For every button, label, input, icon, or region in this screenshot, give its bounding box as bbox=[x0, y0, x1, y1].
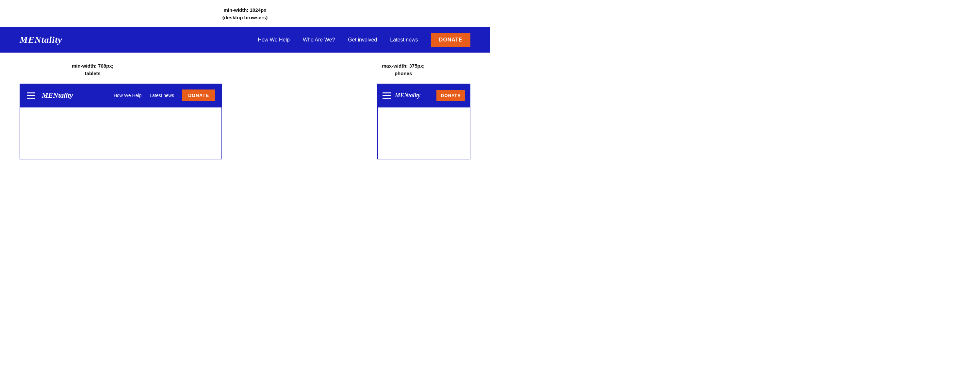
previews-row: mENtality How We Help Latest news DONATE… bbox=[0, 84, 490, 159]
nav-link-who-are-we[interactable]: Who Are We? bbox=[303, 37, 335, 43]
nav-link-latest-news[interactable]: Latest news bbox=[390, 37, 418, 43]
breakpoint-labels-row: min-width: 768px; tablets max-width: 375… bbox=[0, 52, 490, 84]
desktop-navbar: mENtality How We Help Who Are We? Get in… bbox=[0, 27, 490, 52]
desktop-logo[interactable]: mENtality bbox=[20, 35, 62, 45]
nav-link-how-we-help[interactable]: How We Help bbox=[258, 37, 290, 43]
tablet-donate-button[interactable]: DONATE bbox=[182, 89, 215, 101]
phone-breakpoint-label: max-width: 375px; phones bbox=[382, 62, 425, 77]
desktop-nav-links: How We Help Who Are We? Get involved Lat… bbox=[258, 33, 470, 47]
desktop-breakpoint-label: min-width: 1024px (desktop browsers) bbox=[223, 6, 267, 21]
phone-navbar: mENtality DONATE bbox=[378, 84, 470, 106]
phone-content-area bbox=[378, 106, 470, 159]
tablet-breakpoint-label: min-width: 768px; tablets bbox=[72, 62, 114, 77]
tablet-nav-link-how-we-help[interactable]: How We Help bbox=[114, 93, 142, 98]
tablet-content-area bbox=[20, 106, 221, 159]
tablet-nav-link-latest-news[interactable]: Latest news bbox=[150, 93, 174, 98]
tablet-preview: mENtality How We Help Latest news DONATE bbox=[20, 84, 222, 159]
desktop-donate-button[interactable]: DONATE bbox=[431, 33, 470, 47]
tablet-logo[interactable]: mENtality bbox=[42, 91, 73, 100]
phone-logo[interactable]: mENtality bbox=[395, 92, 420, 99]
phone-hamburger-icon[interactable] bbox=[382, 92, 391, 98]
nav-link-get-involved[interactable]: Get involved bbox=[348, 37, 377, 43]
phone-preview: mENtality DONATE bbox=[377, 84, 470, 159]
tablet-hamburger-icon[interactable] bbox=[27, 92, 35, 98]
tablet-navbar: mENtality How We Help Latest news DONATE bbox=[20, 84, 221, 106]
phone-donate-button[interactable]: DONATE bbox=[436, 90, 465, 101]
top-label-area: min-width: 1024px (desktop browsers) bbox=[0, 0, 490, 27]
tablet-nav-links: How We Help Latest news DONATE bbox=[114, 89, 215, 101]
